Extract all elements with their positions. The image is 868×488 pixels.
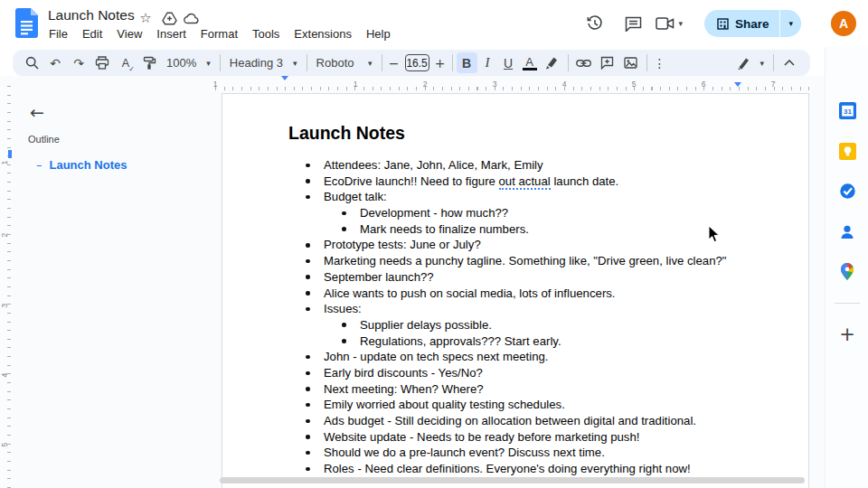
redo-icon[interactable]: ↷ — [67, 52, 90, 73]
bullet-text[interactable]: Marketing needs a punchy tagline. Someth… — [324, 253, 727, 268]
menu-insert[interactable]: Insert — [149, 25, 193, 42]
bullet-item[interactable]: EcoDrive launch!! Need to figure out act… — [222, 174, 808, 190]
bullet-text[interactable]: Prototype tests: June or July? — [324, 237, 481, 252]
chevron-down-icon[interactable]: ▾ — [678, 19, 683, 28]
document-title[interactable]: Launch Notes — [48, 7, 135, 23]
join-call-button[interactable]: ▾ — [656, 17, 683, 30]
bullet-item[interactable]: Website update - Needs to be ready befor… — [222, 429, 808, 446]
google-docs-logo[interactable] — [15, 8, 38, 38]
bullet-item[interactable]: Emily worried about quality testing sche… — [222, 397, 808, 413]
font-size-input[interactable]: 16.5 — [405, 54, 429, 71]
editing-mode-select[interactable]: ▾ — [731, 52, 769, 73]
document-page[interactable]: Launch Notes Attendees: Jane, John, Alic… — [222, 93, 809, 488]
bullet-item[interactable]: Alice wants to push on social media, lot… — [222, 286, 808, 302]
bullet-item[interactable]: Issues: — [222, 301, 808, 317]
bullet-item[interactable]: Supplier delays possible. — [222, 317, 808, 333]
insert-link-icon[interactable] — [572, 52, 596, 73]
bullet-item[interactable]: Ads budget - Still deciding on allocatio… — [222, 413, 808, 429]
close-outline-icon[interactable]: ← — [30, 102, 44, 122]
zoom-select[interactable]: 100%▾ — [161, 52, 216, 73]
bullet-text[interactable]: Issues: — [324, 301, 362, 316]
grammar-suggestion[interactable]: out actual — [499, 174, 551, 190]
cloud-status-icon[interactable] — [184, 10, 200, 26]
bullet-text[interactable]: September launch?? — [324, 269, 434, 285]
bullet-text[interactable]: Should we do a pre-launch event? Discuss… — [324, 445, 605, 460]
bullet-item[interactable]: Regulations, approvals??? Start early. — [222, 333, 808, 350]
menu-extensions[interactable]: Extensions — [287, 25, 359, 42]
bullet-item[interactable]: Should we do a pre-launch event? Discuss… — [222, 445, 808, 461]
decrease-font-size-icon[interactable]: − — [386, 52, 402, 73]
bullet-text[interactable]: Ads budget - Still deciding on allocatio… — [324, 413, 696, 428]
bullet-text[interactable]: EcoDrive launch!! Need to figure out act… — [324, 174, 618, 189]
spellcheck-icon[interactable]: A✓ — [114, 52, 137, 73]
bullet-item[interactable]: Next meeting: When? Where? — [222, 381, 808, 398]
horizontal-scrollbar[interactable] — [220, 477, 805, 483]
more-options-icon[interactable]: ⋮ — [651, 52, 669, 73]
bullet-text[interactable]: Early bird discounts - Yes/No? — [324, 365, 483, 380]
increase-font-size-icon[interactable]: + — [432, 52, 448, 73]
text-color-button[interactable]: A — [519, 52, 541, 73]
bullet-text[interactable]: Budget talk: — [324, 189, 387, 204]
move-to-drive-icon[interactable] — [161, 10, 177, 26]
bullet-item[interactable]: September launch?? — [222, 269, 808, 286]
italic-button[interactable]: I — [477, 52, 498, 73]
bullet-item[interactable]: Mark needs to finalize numbers. — [222, 221, 808, 238]
calendar-icon[interactable]: 31 — [838, 101, 856, 119]
bullet-item[interactable]: Roles - Need clear definitions. Everyone… — [222, 461, 808, 477]
bullet-text[interactable]: Emily worried about quality testing sche… — [324, 397, 565, 412]
version-history-icon[interactable] — [585, 14, 605, 33]
highlight-color-icon[interactable] — [541, 52, 564, 73]
contacts-icon[interactable] — [838, 222, 856, 240]
bullet-text[interactable]: Website update - Needs to be ready befor… — [324, 429, 639, 445]
bullet-item[interactable]: Early bird discounts - Yes/No? — [222, 365, 808, 381]
bold-button[interactable]: B — [457, 52, 477, 73]
tasks-icon[interactable] — [838, 182, 856, 200]
keep-notes-icon[interactable] — [838, 142, 856, 160]
underline-button[interactable]: U — [498, 52, 519, 73]
undo-icon[interactable]: ↶ — [43, 52, 67, 73]
bullet-text[interactable]: Attendees: Jane, John, Alice, Mark, Emil… — [324, 157, 543, 173]
bullet-text[interactable]: Mark needs to finalize numbers. — [360, 221, 529, 237]
account-avatar[interactable]: A — [831, 11, 856, 36]
menu-file[interactable]: File — [42, 25, 75, 42]
bullet-item[interactable]: Marketing needs a punchy tagline. Someth… — [222, 253, 808, 269]
bullet-text[interactable]: Development - how much?? — [360, 205, 508, 221]
font-select[interactable]: Roboto▾ — [311, 52, 378, 73]
bullet-item[interactable]: Development - how much?? — [222, 205, 808, 221]
bullet-text[interactable]: Roles - Need clear definitions. Everyone… — [324, 461, 691, 476]
outline-item-launch-notes[interactable]: – Launch Notes — [36, 158, 127, 172]
bullet-item[interactable]: Prototype tests: June or July? — [222, 237, 808, 253]
bullet-item[interactable]: Budget talk: — [222, 189, 808, 205]
horizontal-ruler[interactable]: 1 1 2 3 4 5 6 7 — [210, 80, 812, 91]
share-button[interactable]: Share ▾ — [704, 10, 801, 37]
hide-menus-icon[interactable] — [778, 52, 801, 73]
print-icon[interactable] — [90, 52, 114, 73]
menu-help[interactable]: Help — [359, 25, 398, 42]
bullet-text[interactable]: Next meeting: When? Where? — [324, 381, 484, 397]
search-menus-icon[interactable] — [20, 52, 43, 73]
comments-icon[interactable] — [623, 14, 643, 33]
bullet-item[interactable]: John - update on tech specs next meeting… — [222, 349, 808, 365]
share-dropdown[interactable]: ▾ — [779, 10, 801, 37]
add-comment-icon[interactable] — [596, 52, 619, 73]
menu-view[interactable]: View — [109, 25, 149, 42]
get-add-ons-icon[interactable]: + — [838, 325, 856, 343]
paragraph-style-select[interactable]: Heading 3▾ — [224, 52, 303, 73]
bullet-text[interactable]: Alice wants to push on social media, lot… — [324, 286, 616, 301]
bullet-text[interactable]: John - update on tech specs next meeting… — [324, 349, 549, 364]
star-icon[interactable]: ☆ — [137, 10, 154, 26]
maps-icon[interactable] — [838, 262, 856, 280]
menu-tools[interactable]: Tools — [245, 25, 287, 42]
outline-collapse-icon[interactable]: – — [36, 158, 42, 172]
menu-format[interactable]: Format — [193, 25, 245, 42]
menu-edit[interactable]: Edit — [75, 25, 109, 42]
right-indent-marker[interactable] — [734, 82, 741, 87]
paint-format-icon[interactable] — [137, 52, 161, 73]
bullet-text[interactable]: Regulations, approvals??? Start early. — [360, 333, 561, 349]
vertical-ruler[interactable]: 1 2 3 4 5 — [0, 86, 12, 488]
bullet-item[interactable]: Attendees: Jane, John, Alice, Mark, Emil… — [222, 157, 808, 174]
document-heading[interactable]: Launch Notes — [288, 123, 405, 144]
bullet-dot — [306, 307, 310, 312]
bullet-text[interactable]: Supplier delays possible. — [360, 317, 492, 333]
insert-image-icon[interactable] — [619, 52, 643, 73]
